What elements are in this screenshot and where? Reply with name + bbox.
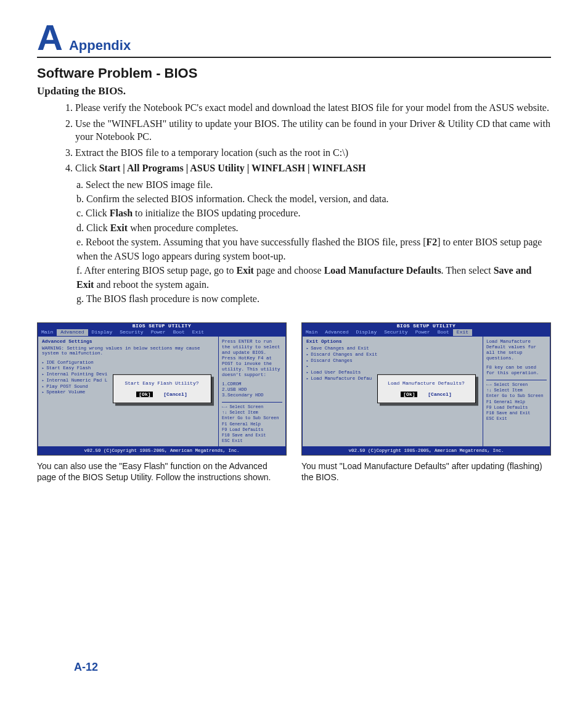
bios-tab-display[interactable]: Display (353, 329, 381, 336)
bios-warning: WARNING: Setting wrong values in below s… (42, 346, 214, 356)
bios-tab-display[interactable]: Display (88, 329, 116, 336)
screenshot-row: BIOS SETUP UTILITY MainAdvancedDisplaySe… (37, 322, 551, 484)
bios-help-2: F8 key can be used for this operation. (486, 365, 547, 376)
dialog-ok[interactable]: [Ok] (401, 392, 417, 398)
bios-tab-security[interactable]: Security (380, 329, 411, 336)
appendix-header: A Appendix (37, 20, 551, 55)
bios-footer: v02.59 (C)Copyright 1985-2005, American … (302, 447, 550, 454)
subsection-title: Updating the BIOS. (37, 85, 551, 97)
bios-help-1: Press ENTER to run the utility to select… (222, 339, 282, 378)
bios-panel-heading: Advanced Settings (42, 339, 214, 345)
bios-keys-left: ←→ Select Screen↑↓ Select ItemEnter Go t… (222, 402, 282, 444)
bios-help-2: 1.CDROM 2.USB HDD 3.Secondary HDD (222, 382, 282, 398)
bios-tab-boot[interactable]: Boot (434, 329, 453, 336)
step-4: Click Start | All Programs | ASUS Utilit… (75, 162, 551, 175)
section-title: Software Problem - BIOS (37, 65, 551, 81)
bios-tab-power[interactable]: Power (412, 329, 434, 336)
page-number: A-12 (74, 661, 98, 674)
bios-tab-security[interactable]: Security (116, 329, 147, 336)
bios-tab-main[interactable]: Main (302, 329, 321, 336)
bios-dialog-text: Start Easy Flash Utility? (122, 381, 202, 387)
steps-list: Please verify the Notebook PC's exact mo… (60, 101, 551, 175)
dialog-ok[interactable]: [Ok] (136, 392, 153, 398)
left-caption: You can also use the "Easy Flash" functi… (37, 460, 287, 484)
bios-tab-boot[interactable]: Boot (169, 329, 189, 336)
bios-tab-advanced[interactable]: Advanced (321, 329, 352, 336)
bios-tab-main[interactable]: Main (38, 329, 57, 336)
substep-g: g. The BIOS flash procedure is now compl… (76, 292, 551, 306)
bios-footer: v02.59 (C)Copyright 1985-2005, American … (38, 447, 286, 454)
bios-tab-advanced[interactable]: Advanced (57, 329, 88, 336)
right-col: BIOS SETUP UTILITY MainAdvancedDisplaySe… (301, 322, 551, 484)
right-caption: You must "Load Manufacture Defaults" aft… (301, 460, 551, 484)
bios-tab-exit[interactable]: Exit (189, 329, 208, 336)
step-2: Use the "WINFLASH" utility to update you… (75, 117, 551, 144)
dialog-cancel[interactable]: [Cancel] (163, 392, 187, 398)
appendix-letter: A (37, 20, 63, 55)
bios-dialog-easyflash: Start Easy Flash Utility? [Ok] [Cancel] (113, 374, 211, 404)
dialog-cancel[interactable]: [Cancel] (428, 392, 451, 398)
substep-c: c. Click Flash to initialize the BIOS up… (76, 206, 551, 220)
header-rule (37, 57, 551, 58)
bios-dialog-text: Load Manufacture Defaults? (386, 381, 467, 387)
appendix-label: Appendix (69, 38, 131, 54)
substep-e: e. Reboot the system. Assuming that you … (76, 235, 551, 263)
bios-screenshot-advanced: BIOS SETUP UTILITY MainAdvancedDisplaySe… (37, 322, 287, 456)
bios-tabs-right: MainAdvancedDisplaySecurityPowerBootExit (302, 329, 550, 336)
bios-dialog-defaults: Load Manufacture Defaults? [Ok] [Cancel] (377, 374, 476, 404)
step-1: Please verify the Notebook PC's exact mo… (75, 101, 551, 115)
bios-panel-heading: Exit Options (306, 339, 479, 345)
left-col: BIOS SETUP UTILITY MainAdvancedDisplaySe… (37, 322, 287, 484)
substep-f: f. After entering BIOS setup page, go to… (76, 263, 551, 292)
bios-keys-right: ←→ Select Screen↑↓ Select ItemEnter Go t… (486, 380, 547, 422)
bios-tabs-left: MainAdvancedDisplaySecurityPowerBootExit (38, 329, 286, 336)
bios-title: BIOS SETUP UTILITY (302, 323, 550, 330)
bios-tab-exit[interactable]: Exit (453, 329, 472, 336)
substep-b: b. Confirm the selected BIOS information… (76, 192, 551, 206)
bios-tab-power[interactable]: Power (147, 329, 169, 336)
substep-a: a. Select the new BIOS image file. (76, 178, 551, 192)
substep-d: d. Click Exit when procedure completes. (76, 221, 551, 235)
bios-help-1: Load Manufacture Default values for all … (486, 339, 547, 361)
bios-title: BIOS SETUP UTILITY (38, 323, 286, 330)
bios-screenshot-exit: BIOS SETUP UTILITY MainAdvancedDisplaySe… (301, 322, 551, 456)
step-3: Extract the BIOS file to a temporary loc… (75, 146, 551, 160)
